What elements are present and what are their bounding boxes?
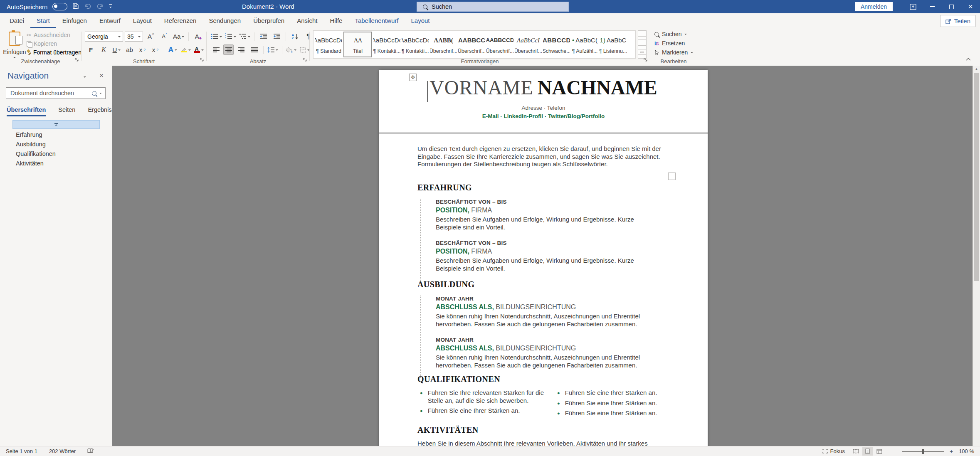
page-count-label[interactable]: Seite 1 von 1 xyxy=(6,448,37,454)
qualification-item[interactable]: ●Führen Sie eine Ihrer Stärken an. xyxy=(557,389,659,397)
nav-tab-seiten[interactable]: Seiten xyxy=(58,106,75,116)
scrollbar-thumb[interactable] xyxy=(974,73,979,281)
highlight-button[interactable] xyxy=(180,44,192,55)
search-box[interactable]: Suchen xyxy=(417,2,569,12)
section-heading-erfahrung[interactable]: ERFAHRUNG xyxy=(417,183,472,192)
font-name-combo[interactable] xyxy=(85,32,123,42)
style-titel[interactable]: AA Titel xyxy=(343,32,372,57)
summary-paragraph[interactable]: Um diesen Text durch eigenen zu ersetzen… xyxy=(417,145,662,168)
tab-tabellenentwurf[interactable]: Tabellenentwurf xyxy=(348,13,405,28)
education-entry[interactable]: MONAT JAHR ABSCHLUSS ALS, BILDUNGSEINRIC… xyxy=(436,296,654,328)
document-page[interactable]: ✥ VORNAMENACHNAME Adresse · Telefon E-Ma… xyxy=(379,70,708,446)
shading-button[interactable] xyxy=(285,44,297,55)
table-resize-handle[interactable] xyxy=(668,173,676,180)
tab-ueberpruefen[interactable]: Überprüfen xyxy=(247,13,291,28)
restore-button[interactable] xyxy=(942,0,961,13)
paragraph-dialog-launcher-icon[interactable] xyxy=(303,56,307,64)
section-heading-qualifikationen[interactable]: QUALIFIKATIONEN xyxy=(417,375,500,384)
style-schwache-hervorhebung[interactable]: AABBCCDE Schwache... xyxy=(543,32,570,57)
title-first-name[interactable]: VORNAME xyxy=(430,76,533,99)
nav-heading-erfahrung[interactable]: Erfahrung xyxy=(16,131,56,138)
navigation-options-dropdown-icon[interactable] xyxy=(84,76,86,79)
font-size-combo[interactable] xyxy=(125,32,143,42)
style-kontaktinfo-2[interactable]: AaBbCcDc ¶ Kontakti... xyxy=(402,32,429,57)
zoom-slider[interactable] xyxy=(902,451,944,452)
font-name-dropdown-icon[interactable] xyxy=(118,36,121,39)
navigation-search-box[interactable] xyxy=(6,87,106,99)
multilevel-dropdown-icon[interactable] xyxy=(248,36,250,39)
styles-dialog-launcher-icon[interactable] xyxy=(643,56,648,64)
select-dropdown-icon[interactable] xyxy=(691,52,693,54)
tab-einfuegen[interactable]: Einfügen xyxy=(56,13,93,28)
ribbon-display-options-icon[interactable] xyxy=(903,0,923,13)
bold-button[interactable]: F xyxy=(85,44,97,55)
experience-entry[interactable]: BESCHÄFTIGT VON – BIS POSITION, FIRMA Be… xyxy=(436,199,654,231)
strikethrough-button[interactable]: ab xyxy=(123,44,136,55)
replace-button[interactable]: bc Ersetzen xyxy=(654,40,693,47)
line-spacing-button[interactable] xyxy=(267,44,279,55)
bullets-button[interactable] xyxy=(210,31,223,42)
justify-button[interactable] xyxy=(248,44,260,55)
tab-datei[interactable]: Datei xyxy=(3,13,30,28)
style-listennummer[interactable]: 1)AaBbC ¶ Listennu... xyxy=(600,32,627,57)
navigation-search-icon[interactable] xyxy=(92,91,96,96)
read-mode-view-icon[interactable] xyxy=(851,447,862,456)
qualification-item[interactable]: ●Führen Sie eine Ihrer Stärken an. xyxy=(420,407,545,415)
nav-heading-qualifikationen[interactable]: Qualifikationen xyxy=(16,150,56,157)
tab-entwurf[interactable]: Entwurf xyxy=(93,13,127,28)
section-heading-ausbildung[interactable]: AUSBILDUNG xyxy=(417,280,474,289)
nav-heading-ausbildung[interactable]: Ausbildung xyxy=(16,141,56,148)
shrink-font-button[interactable]: Aˇ xyxy=(158,31,170,42)
underline-dropdown-icon[interactable] xyxy=(118,49,121,52)
save-icon[interactable] xyxy=(72,3,79,11)
numbering-dropdown-icon[interactable] xyxy=(234,36,236,39)
autosave-toggle[interactable] xyxy=(52,3,67,10)
tab-referenzen[interactable]: Referenzen xyxy=(158,13,203,28)
zoom-slider-thumb[interactable] xyxy=(922,449,924,454)
nav-tab-ueberschriften[interactable]: Überschriften xyxy=(7,106,46,116)
collapse-ribbon-icon[interactable] xyxy=(966,55,971,62)
font-size-dropdown-icon[interactable] xyxy=(138,36,141,39)
style-ueberschrift-1[interactable]: AABB( Überschrif... xyxy=(430,32,457,57)
style-ueberschrift-4[interactable]: AaBbCcI Überschrif... xyxy=(515,32,542,57)
find-dropdown-icon[interactable] xyxy=(684,34,687,36)
print-layout-view-icon[interactable] xyxy=(862,447,873,456)
navigation-search-dropdown-icon[interactable] xyxy=(99,93,102,95)
style-ueberschrift-2[interactable]: AABBCC Überschrif... xyxy=(458,32,485,57)
vertical-scrollbar[interactable]: ▲ xyxy=(973,66,980,446)
font-name-input[interactable] xyxy=(87,33,118,40)
grow-font-button[interactable]: A^ xyxy=(145,31,157,42)
find-button[interactable]: Suchen xyxy=(654,31,693,37)
share-button[interactable]: Teilen xyxy=(940,15,976,27)
customize-quick-access-icon[interactable] xyxy=(109,4,112,10)
undo-icon[interactable] xyxy=(84,3,91,11)
change-case-button[interactable]: Aa xyxy=(172,31,185,42)
bullets-dropdown-icon[interactable] xyxy=(220,36,222,39)
line-spacing-dropdown-icon[interactable] xyxy=(276,49,278,52)
underline-button[interactable]: U xyxy=(111,44,123,55)
close-button[interactable]: × xyxy=(961,0,980,13)
section-heading-aktivitaeten[interactable]: AKTIVITÄTEN xyxy=(417,425,479,435)
qualification-item[interactable]: ●Führen Sie Ihre relevanten Stärken für … xyxy=(420,389,545,404)
nav-heading-selected[interactable] xyxy=(12,120,100,129)
tab-ansicht[interactable]: Ansicht xyxy=(291,13,323,28)
sort-button[interactable]: AZ xyxy=(289,31,301,42)
increase-indent-button[interactable] xyxy=(271,31,283,42)
text-effects-dropdown-icon[interactable] xyxy=(175,49,177,52)
style-aufzaehlung[interactable]: •AaBbC( ¶ Aufzähl... xyxy=(571,32,598,57)
subscript-button[interactable]: x2 xyxy=(136,44,148,55)
align-right-button[interactable] xyxy=(235,44,247,55)
navigation-search-input[interactable] xyxy=(10,89,89,97)
clipboard-dialog-launcher-icon[interactable] xyxy=(74,56,79,64)
focus-mode-button[interactable]: Fokus xyxy=(822,448,845,454)
word-count-label[interactable]: 202 Wörter xyxy=(49,448,76,454)
style-kontaktinfo[interactable]: AaBbCcDc ¶ Kontakti... xyxy=(373,32,400,57)
font-dialog-launcher-icon[interactable] xyxy=(200,56,204,64)
italic-button[interactable]: K xyxy=(98,44,110,55)
format-painter-button[interactable]: Format übertragen xyxy=(27,49,81,56)
superscript-button[interactable]: x2 xyxy=(149,44,161,55)
text-effects-button[interactable]: A xyxy=(167,44,179,55)
navigation-close-icon[interactable]: × xyxy=(99,71,104,80)
sign-in-button[interactable]: Anmelden xyxy=(855,2,893,11)
education-entry[interactable]: MONAT JAHR ABSCHLUSS ALS, BILDUNGSEINRIC… xyxy=(436,337,654,369)
